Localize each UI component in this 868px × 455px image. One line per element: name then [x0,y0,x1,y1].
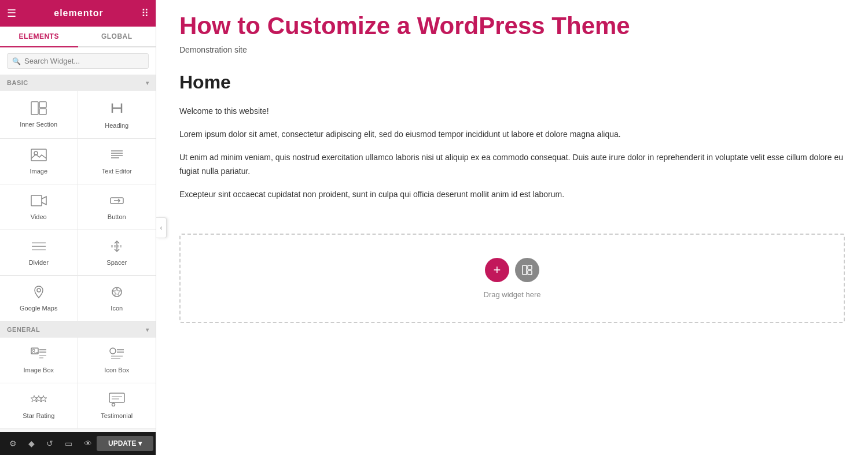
widget-star-rating[interactable]: Star Rating [0,383,78,429]
canvas-area: How to Customize a WordPress Theme Demon… [156,0,868,455]
responsive-tool-btn[interactable]: ▭ [60,436,77,450]
site-subtitle: Demonstration site [179,45,845,54]
video-icon [31,194,47,210]
section-general[interactable]: GENERAL ▾ [0,321,156,338]
general-widgets-grid: Image Box Icon Box [0,338,156,429]
hamburger-icon[interactable]: ☰ [7,7,16,20]
inner-section-label: Inner Section [20,121,57,128]
section-general-label: GENERAL [7,326,40,333]
update-arrow: ▾ [138,439,142,447]
svg-rect-1 [39,102,46,108]
svg-rect-2 [39,109,46,114]
main-layout: ☰ elementor ⠿ ELEMENTS GLOBAL 🔍 BASIC ▾ [0,0,868,455]
sidebar: ☰ elementor ⠿ ELEMENTS GLOBAL 🔍 BASIC ▾ [0,0,156,455]
star-rating-label: Star Rating [23,412,54,419]
svg-point-41 [112,404,115,406]
bottom-toolbar: ⚙ ◆ ↺ ▭ 👁 UPDATE ▾ [0,432,156,455]
divider-label: Divider [29,259,49,266]
widget-button[interactable]: Button [78,184,156,230]
widget-heading[interactable]: Heading [78,91,156,139]
button-label: Button [108,213,126,220]
button-icon [109,194,125,210]
svg-point-30 [110,348,116,354]
text-editor-label: Text Editor [102,168,132,175]
sidebar-header: ☰ elementor ⠿ [0,0,156,27]
svg-rect-12 [31,195,42,206]
heading-icon [110,100,124,119]
image-box-icon [31,347,47,363]
svg-point-21 [37,288,41,292]
text-editor-icon [109,148,125,164]
section-general-chevron: ▾ [146,327,149,333]
video-label: Video [31,213,47,220]
widget-testimonial[interactable]: Testimonial [78,383,156,429]
spacer-label: Spacer [106,259,127,266]
icon-box-label: Icon Box [104,367,129,373]
page-content: Home Welcome to this website! Lorem ipsu… [156,60,868,222]
icon-box-icon [109,347,125,363]
paragraph-2: Ut enim ad minim veniam, quis nostrud ex… [179,151,845,179]
star-rating-icon [31,393,47,409]
google-maps-icon [31,285,47,301]
collapse-handle[interactable]: ‹ [156,217,167,238]
testimonial-label: Testimonial [101,412,133,419]
tab-global[interactable]: GLOBAL [78,27,156,46]
svg-rect-44 [528,265,532,269]
widget-google-maps[interactable]: Google Maps [0,276,78,321]
inner-section-icon [31,101,47,117]
spacer-icon [109,239,125,256]
widget-inner-section[interactable]: Inner Section [0,91,78,139]
image-label: Image [30,168,47,175]
collapse-chevron: ‹ [160,224,163,232]
style-tool-btn[interactable]: ◆ [24,436,39,450]
section-basic[interactable]: BASIC ▾ [0,75,156,91]
update-label: UPDATE [108,439,136,447]
testimonial-icon [109,393,125,409]
layout-button[interactable] [515,258,539,282]
heading-label: Heading [105,122,128,129]
svg-rect-45 [528,271,532,275]
widget-divider[interactable]: Divider [0,230,78,276]
tab-elements[interactable]: ELEMENTS [0,27,78,47]
paragraph-3: Excepteur sint occaecat cupidatat non pr… [179,188,845,202]
site-title: How to Customize a WordPress Theme [179,12,845,40]
paragraph-1: Lorem ipsum dolor sit amet, consectetur … [179,128,845,142]
google-maps-label: Google Maps [20,305,57,312]
section-basic-chevron: ▾ [146,80,149,86]
widget-video[interactable]: Video [0,184,78,230]
widget-text-editor[interactable]: Text Editor [78,139,156,184]
grid-icon[interactable]: ⠿ [141,7,149,20]
settings-tool-btn[interactable]: ⚙ [5,436,21,450]
search-area: 🔍 [0,47,156,75]
icon-widget-icon [109,285,125,301]
update-button[interactable]: UPDATE ▾ [97,436,153,451]
search-icon: 🔍 [12,57,21,65]
widget-image-box[interactable]: Image Box [0,338,78,383]
drop-zone[interactable]: + Drag widget here [179,234,845,323]
site-header: How to Customize a WordPress Theme Demon… [156,0,868,60]
widget-spacer[interactable]: Spacer [78,230,156,276]
image-icon [31,148,47,164]
preview-tool-btn[interactable]: 👁 [79,436,97,450]
drop-zone-label: Drag widget here [484,290,541,299]
widget-icon[interactable]: Icon [78,276,156,321]
svg-rect-6 [31,149,46,161]
paragraph-0: Welcome to this website! [179,105,845,119]
svg-rect-38 [109,393,124,402]
basic-widgets-grid: Inner Section Heading [0,91,156,321]
drop-zone-buttons: + [485,258,539,282]
add-widget-button[interactable]: + [485,258,509,282]
elementor-logo: elementor [54,8,103,19]
bottom-tools: ⚙ ◆ ↺ ▭ 👁 [5,436,97,450]
widget-image[interactable]: Image [0,139,78,184]
divider-icon [31,239,47,256]
widgets-container: BASIC ▾ Inner Section [0,75,156,432]
sidebar-tabs: ELEMENTS GLOBAL [0,27,156,47]
svg-rect-0 [31,102,38,114]
image-box-label: Image Box [23,367,54,373]
search-input[interactable] [24,57,144,65]
search-wrapper: 🔍 [7,53,149,69]
history-tool-btn[interactable]: ↺ [42,436,58,450]
widget-icon-box[interactable]: Icon Box [78,338,156,383]
content-text: Welcome to this website! Lorem ipsum dol… [179,105,845,201]
